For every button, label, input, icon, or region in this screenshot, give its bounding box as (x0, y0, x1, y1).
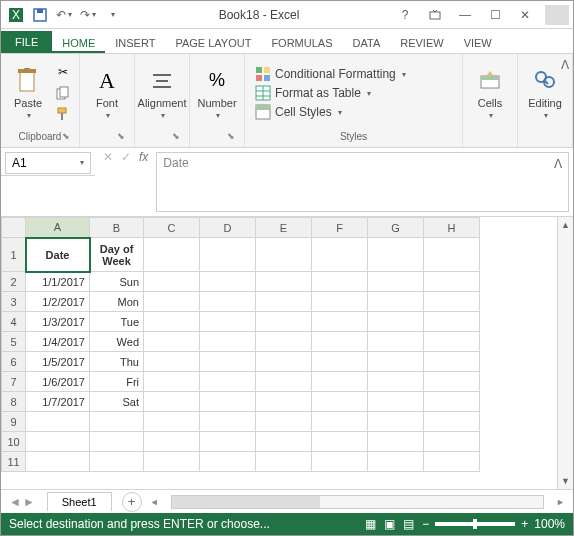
cell-D11[interactable] (200, 452, 256, 472)
cell-A5[interactable]: 1/4/2017 (26, 332, 90, 352)
cell-H8[interactable] (424, 392, 480, 412)
tab-insert[interactable]: INSERT (105, 33, 165, 53)
sheet-prev-icon[interactable]: ◄ (9, 495, 21, 509)
minimize-icon[interactable]: — (451, 4, 479, 26)
cell-E1[interactable] (256, 238, 312, 272)
cell-E4[interactable] (256, 312, 312, 332)
tab-home[interactable]: HOME (52, 33, 105, 53)
help-icon[interactable]: ? (391, 4, 419, 26)
cell-E8[interactable] (256, 392, 312, 412)
zoom-in-button[interactable]: + (521, 517, 528, 531)
alignment-button[interactable]: Alignment ▾ (141, 60, 183, 126)
excel-icon[interactable]: X (5, 4, 27, 26)
cell-G7[interactable] (368, 372, 424, 392)
zoom-out-button[interactable]: − (422, 517, 429, 531)
cell-H2[interactable] (424, 272, 480, 292)
tab-view[interactable]: VIEW (454, 33, 502, 53)
row-header-7[interactable]: 7 (2, 372, 26, 392)
row-header-10[interactable]: 10 (2, 432, 26, 452)
qat-customize-icon[interactable]: ▾ (101, 4, 123, 26)
tab-pagelayout[interactable]: PAGE LAYOUT (165, 33, 261, 53)
cut-icon[interactable]: ✂ (53, 62, 73, 82)
cell-C3[interactable] (144, 292, 200, 312)
cell-G6[interactable] (368, 352, 424, 372)
cell-C6[interactable] (144, 352, 200, 372)
cell-G3[interactable] (368, 292, 424, 312)
row-header-2[interactable]: 2 (2, 272, 26, 292)
cell-F3[interactable] (312, 292, 368, 312)
format-as-table-button[interactable]: Format as Table▾ (253, 84, 408, 102)
cell-D4[interactable] (200, 312, 256, 332)
name-box[interactable]: A1▾ (5, 152, 91, 174)
enter-formula-icon[interactable]: ✓ (121, 150, 131, 164)
cell-D5[interactable] (200, 332, 256, 352)
cell-F11[interactable] (312, 452, 368, 472)
cell-A8[interactable]: 1/7/2017 (26, 392, 90, 412)
col-header-D[interactable]: D (200, 218, 256, 238)
cell-H7[interactable] (424, 372, 480, 392)
cell-E5[interactable] (256, 332, 312, 352)
cell-E3[interactable] (256, 292, 312, 312)
cell-B6[interactable]: Thu (90, 352, 144, 372)
number-launcher-icon[interactable]: ⬊ (227, 131, 235, 141)
user-avatar[interactable] (545, 5, 569, 25)
cell-E9[interactable] (256, 412, 312, 432)
col-header-A[interactable]: A (26, 218, 90, 238)
font-button[interactable]: A Font ▾ (86, 60, 128, 126)
cell-C4[interactable] (144, 312, 200, 332)
col-header-B[interactable]: B (90, 218, 144, 238)
copy-icon[interactable] (53, 83, 73, 103)
tab-data[interactable]: DATA (343, 33, 391, 53)
number-button[interactable]: % Number ▾ (196, 60, 238, 126)
cancel-formula-icon[interactable]: ✕ (103, 150, 113, 164)
cell-C9[interactable] (144, 412, 200, 432)
cell-G11[interactable] (368, 452, 424, 472)
cell-A10[interactable] (26, 432, 90, 452)
cell-E11[interactable] (256, 452, 312, 472)
cell-G9[interactable] (368, 412, 424, 432)
cell-B4[interactable]: Tue (90, 312, 144, 332)
cell-E6[interactable] (256, 352, 312, 372)
cell-H1[interactable] (424, 238, 480, 272)
row-header-4[interactable]: 4 (2, 312, 26, 332)
cell-D3[interactable] (200, 292, 256, 312)
vertical-scrollbar[interactable]: ▲ ▼ (557, 217, 573, 489)
cell-D7[interactable] (200, 372, 256, 392)
scroll-up-icon[interactable]: ▲ (558, 217, 573, 233)
cell-G10[interactable] (368, 432, 424, 452)
cells-button[interactable]: Cells ▾ (469, 60, 511, 126)
cell-F6[interactable] (312, 352, 368, 372)
row-header-5[interactable]: 5 (2, 332, 26, 352)
col-header-E[interactable]: E (256, 218, 312, 238)
cell-F2[interactable] (312, 272, 368, 292)
editing-button[interactable]: Editing ▾ (524, 60, 566, 126)
redo-icon[interactable]: ↷▾ (77, 4, 99, 26)
cell-C7[interactable] (144, 372, 200, 392)
cell-A3[interactable]: 1/2/2017 (26, 292, 90, 312)
row-header-9[interactable]: 9 (2, 412, 26, 432)
cell-H9[interactable] (424, 412, 480, 432)
sheet-tab[interactable]: Sheet1 (47, 492, 112, 511)
alignment-launcher-icon[interactable]: ⬊ (172, 131, 180, 141)
cell-B1[interactable]: Day of Week (90, 238, 144, 272)
scroll-down-icon[interactable]: ▼ (558, 473, 573, 489)
save-icon[interactable] (29, 4, 51, 26)
cell-H3[interactable] (424, 292, 480, 312)
cell-G8[interactable] (368, 392, 424, 412)
cell-C2[interactable] (144, 272, 200, 292)
cell-A9[interactable] (26, 412, 90, 432)
zoom-slider[interactable] (435, 522, 515, 526)
cell-A7[interactable]: 1/6/2017 (26, 372, 90, 392)
cell-H4[interactable] (424, 312, 480, 332)
cell-H11[interactable] (424, 452, 480, 472)
cell-A2[interactable]: 1/1/2017 (26, 272, 90, 292)
format-painter-icon[interactable] (53, 104, 73, 124)
formula-input[interactable]: Date ᐱ (156, 152, 569, 212)
cell-H10[interactable] (424, 432, 480, 452)
cell-B9[interactable] (90, 412, 144, 432)
cell-C5[interactable] (144, 332, 200, 352)
tab-review[interactable]: REVIEW (390, 33, 453, 53)
col-header-C[interactable]: C (144, 218, 200, 238)
conditional-formatting-button[interactable]: Conditional Formatting▾ (253, 65, 408, 83)
font-launcher-icon[interactable]: ⬊ (117, 131, 125, 141)
